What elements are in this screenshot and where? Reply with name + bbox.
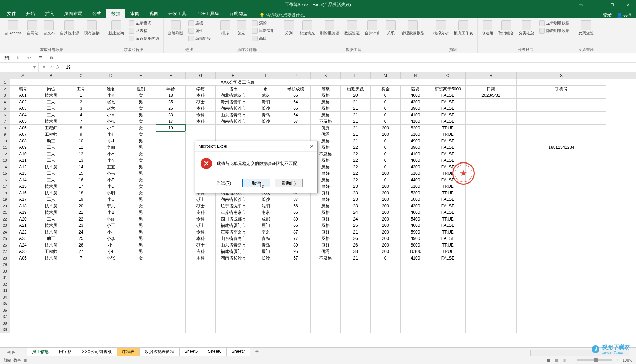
cell[interactable]: A05 [10,255,36,262]
cell[interactable] [96,261,126,268]
table-header-cell[interactable]: 市 [251,86,281,92]
cell[interactable] [156,320,186,327]
col-header-D[interactable]: D [96,72,126,79]
row-header[interactable]: 5 [0,105,10,112]
cell[interactable] [156,157,186,164]
cell[interactable]: FALSE [430,209,466,216]
cell[interactable]: A06 [10,125,36,132]
cell[interactable]: 26 [341,235,371,242]
cell[interactable]: 3 [66,105,96,112]
cell[interactable]: 4100 [401,112,430,119]
cell[interactable]: 工人 [36,144,66,151]
ribbon-button[interactable]: 取消组合 [497,20,515,36]
cell[interactable]: 厦门 [251,222,281,229]
cell[interactable] [156,170,186,177]
cell[interactable]: FALSE [430,203,466,210]
cell[interactable]: 23 [341,183,371,190]
cell[interactable]: 10 [66,138,96,145]
ribbon-button[interactable]: 显示查询 [127,20,160,27]
cell[interactable]: 及格 [311,92,341,99]
cell[interactable]: 200 [371,248,401,255]
cell[interactable]: 女 [126,118,156,125]
cell[interactable]: 33 [156,112,186,119]
sheet-tab[interactable]: Sheet6 [203,347,227,357]
cell[interactable]: A04 [10,112,36,119]
sheet-nav-more-icon[interactable]: ⋯ [18,350,22,355]
ribbon-button[interactable]: 分类汇总 [517,20,536,36]
row-header[interactable]: 13 [0,157,10,164]
cell[interactable] [281,294,311,301]
col-header-L[interactable]: L [341,72,371,79]
cell[interactable] [36,261,66,268]
cell[interactable]: 18 [66,190,96,197]
cell[interactable] [216,326,251,333]
cell[interactable]: 66 [281,92,311,99]
cell[interactable] [341,307,371,314]
cell[interactable]: FALSE [430,164,466,171]
cell[interactable]: 21 [341,112,371,119]
cell[interactable]: FALSE [430,99,466,106]
cell[interactable]: 女 [126,131,156,138]
cell[interactable] [10,307,36,314]
select-all-corner[interactable] [0,72,10,79]
cell[interactable]: 16 [66,177,96,184]
cell[interactable]: 200 [371,235,401,242]
cell[interactable]: 工人 [36,170,66,177]
cell[interactable]: A23 [10,235,36,242]
cell[interactable]: 3900 [401,105,430,112]
cell[interactable]: 成都 [251,216,281,223]
cell[interactable]: 男 [126,235,156,242]
touch-mode-icon[interactable]: ☰ [37,55,44,61]
cell[interactable]: 男 [126,222,156,229]
cell[interactable] [66,326,96,333]
cell[interactable]: 22 [341,164,371,171]
cell[interactable] [371,261,401,268]
cell[interactable]: 200 [371,196,401,203]
ribbon-button[interactable]: 分列 [282,20,296,36]
cell[interactable]: FALSE [430,105,466,112]
cell[interactable] [517,235,606,242]
zoom-out-icon[interactable]: − [570,358,572,362]
cell[interactable]: FALSE [430,118,466,125]
cell[interactable] [430,294,466,301]
sheet-nav-next-icon[interactable]: ▶ [12,350,15,355]
cell[interactable]: 17 [156,118,186,125]
cell[interactable]: 0 [371,144,401,151]
col-header-G[interactable]: G [186,72,216,79]
zoom-in-icon[interactable]: + [616,358,618,362]
cell[interactable]: 福建省厦门市 [216,248,251,255]
cell[interactable] [401,274,430,281]
cell[interactable]: 4300 [401,99,430,106]
cell[interactable]: FALSE [430,112,466,119]
cell[interactable]: 64 [281,99,311,106]
cell[interactable] [466,268,517,275]
cell[interactable] [517,326,606,333]
row-header[interactable]: 36 [0,307,10,314]
cell[interactable] [281,300,311,307]
cell[interactable]: 66 [281,222,311,229]
cell[interactable] [466,242,517,249]
cell[interactable]: 21 [341,105,371,112]
cell[interactable]: 25 [156,105,186,112]
cell[interactable]: TRUE [430,229,466,236]
cell[interactable] [371,307,401,314]
sheet-nav-prev-icon[interactable]: ◀ [7,350,10,355]
cell[interactable]: 工人 [36,196,66,203]
cell[interactable]: 工人 [36,105,66,112]
cell[interactable] [10,313,36,320]
cell[interactable] [517,294,606,301]
macro-record-icon[interactable]: ▦ [23,358,27,363]
cell[interactable] [517,105,606,112]
cell[interactable]: A02 [10,99,36,106]
cell[interactable] [430,307,466,314]
cell[interactable]: 89 [281,242,311,249]
minimize-icon[interactable]: — [588,0,604,9]
cell[interactable]: 江苏省南京市 [216,209,251,216]
cell[interactable]: A11 [10,157,36,164]
cell[interactable]: 助工 [36,235,66,242]
cell[interactable] [401,281,430,288]
cell[interactable]: 28 [341,248,371,255]
cell[interactable] [126,307,156,314]
cell[interactable] [341,300,371,307]
cell[interactable] [466,320,517,327]
